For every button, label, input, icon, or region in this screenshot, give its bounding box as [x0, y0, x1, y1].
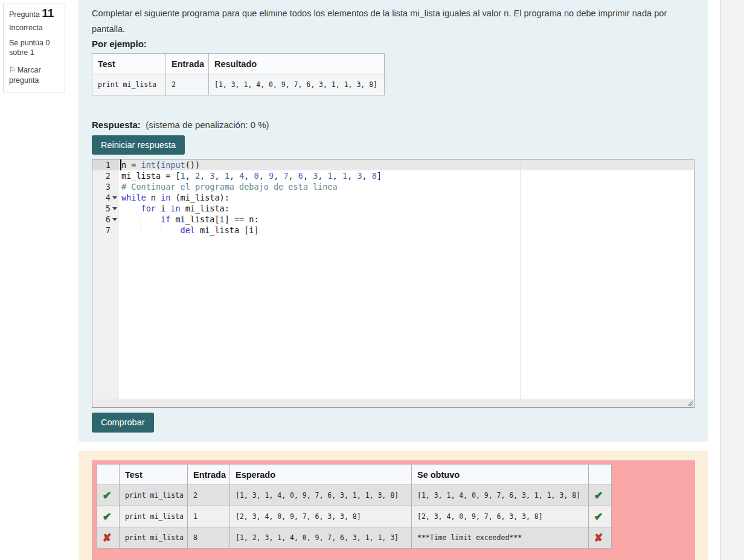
- outcome-region: Test Entrada Esperado Se obtuvo ✔ print …: [79, 451, 708, 560]
- result-test: print mi_lista: [120, 485, 188, 506]
- test-results-box: Test Entrada Esperado Se obtuvo ✔ print …: [92, 460, 695, 560]
- result-se-obtuvo: [1, 3, 1, 4, 0, 9, 7, 6, 3, 1, 1, 3, 8]: [412, 485, 589, 506]
- check-button[interactable]: Comprobar: [92, 413, 154, 433]
- code-line: mi_lista = [1, 2, 3, 1, 4, 0, 9, 7, 6, 3…: [119, 170, 694, 181]
- result-entrada: 2: [188, 485, 230, 506]
- pass-icon: ✔: [103, 490, 111, 501]
- result-row: ✔ print mi_lista 1 [2, 3, 4, 0, 9, 7, 6,…: [97, 506, 612, 527]
- pass-icon: ✔: [103, 511, 111, 523]
- code-line: del mi_lista [i]: [119, 225, 694, 236]
- result-entrada: 8: [188, 527, 230, 549]
- question-state: Incorrecta: [9, 23, 59, 33]
- line-number: 2: [92, 170, 119, 181]
- example-entrada: 2: [166, 74, 209, 95]
- example-header-entrada: Entrada: [166, 54, 209, 74]
- flag-icon: ⚐: [9, 65, 16, 74]
- question-number: Pregunta 11: [9, 7, 59, 21]
- results-header-esperado: Esperado: [230, 465, 412, 485]
- question-text: Completar el siguiente programa para que…: [92, 5, 694, 37]
- question-number-value: 11: [42, 7, 54, 19]
- result-se-obtuvo: [2, 3, 4, 0, 9, 7, 6, 3, 3, 8]: [412, 506, 589, 527]
- results-header-test: Test: [120, 465, 188, 485]
- results-table: Test Entrada Esperado Se obtuvo ✔ print …: [97, 464, 612, 549]
- code-line: # Continuar el programa debajo de esta l…: [119, 181, 694, 192]
- result-esperado: [2, 3, 4, 0, 9, 7, 6, 3, 3, 8]: [230, 506, 412, 527]
- code-editor[interactable]: n = int(input()) mi_lista = [1, 2, 3, 1,…: [92, 159, 694, 408]
- editor-bottom-bar: [92, 399, 694, 407]
- example-header-resultado: Resultado: [209, 54, 385, 74]
- code-line: n = int(input()): [119, 159, 694, 170]
- result-test: print mi_lista: [120, 506, 188, 527]
- text-cursor: [120, 159, 121, 170]
- result-row: ✘ print mi_lista 8 [1, 2, 3, 1, 4, 0, 9,…: [97, 527, 612, 549]
- fold-icon[interactable]: [112, 207, 117, 210]
- result-se-obtuvo: ***Time limit exceeded***: [412, 527, 589, 549]
- question-grade: Se puntúa 0 sobre 1: [9, 38, 59, 57]
- question-label: Pregunta: [9, 10, 40, 19]
- example-row: print mi_lista 2 [1, 3, 1, 4, 0, 9, 7, 6…: [92, 74, 385, 95]
- results-header-empty: [589, 465, 612, 485]
- line-number: 3: [92, 181, 119, 192]
- results-header-entrada: Entrada: [188, 465, 230, 485]
- line-number: 6: [92, 214, 119, 225]
- editor-gutter: 1 2 3 4 5 6 7: [92, 159, 119, 399]
- pass-icon: ✔: [594, 511, 603, 523]
- page: Pregunta 11 Incorrecta Se puntúa 0 sobre…: [0, 0, 744, 560]
- result-entrada: 1: [188, 506, 230, 527]
- result-esperado: [1, 3, 1, 4, 0, 9, 7, 6, 3, 1, 1, 3, 8]: [230, 485, 412, 506]
- code-area[interactable]: n = int(input()) mi_lista = [1, 2, 3, 1,…: [119, 159, 694, 399]
- results-header-se-obtuvo: Se obtuvo: [412, 465, 589, 485]
- results-header-empty: [97, 465, 120, 485]
- example-header-test: Test: [92, 54, 166, 74]
- fold-icon[interactable]: [112, 218, 117, 221]
- example-test: print mi_lista: [92, 74, 166, 95]
- example-table: Test Entrada Resultado print mi_lista 2 …: [92, 53, 385, 95]
- line-number: 4: [92, 192, 119, 203]
- question-info-panel: Pregunta 11 Incorrecta Se puntúa 0 sobre…: [3, 4, 65, 92]
- resize-grip-icon[interactable]: [686, 399, 693, 407]
- reset-answer-button[interactable]: Reiniciar respuesta: [92, 135, 185, 155]
- pass-icon: ✔: [594, 490, 603, 501]
- question-formulation: Completar el siguiente programa para que…: [79, 0, 708, 442]
- line-number: 5: [92, 203, 119, 214]
- code-line: for i in mi_lista:: [119, 203, 694, 214]
- result-row: ✔ print mi_lista 2 [1, 3, 1, 4, 0, 9, 7,…: [97, 485, 612, 506]
- result-test: print mi_lista: [120, 527, 188, 549]
- fold-icon[interactable]: [112, 196, 117, 199]
- code-line: if mi_lista[i] == n:: [119, 214, 694, 225]
- answer-label: Respuesta:: [92, 120, 141, 130]
- example-resultado: [1, 3, 1, 4, 0, 9, 7, 6, 3, 1, 1, 3, 8]: [209, 74, 385, 95]
- flag-question-link[interactable]: ⚐Marcar pregunta: [9, 65, 59, 86]
- example-label: Por ejemplo:: [92, 37, 694, 51]
- right-rail: [720, 0, 744, 560]
- ace-editor[interactable]: n = int(input()) mi_lista = [1, 2, 3, 1,…: [92, 159, 694, 399]
- fail-icon: ✘: [103, 532, 111, 544]
- answer-line: Respuesta: (sistema de penalización: 0 %…: [92, 117, 694, 133]
- result-esperado: [1, 2, 3, 1, 4, 0, 9, 7, 6, 3, 1, 1, 3]: [230, 527, 412, 549]
- line-number: 7: [92, 225, 119, 236]
- penalty-note: (sistema de penalización: 0 %): [146, 120, 269, 130]
- fail-icon: ✘: [594, 532, 603, 544]
- code-line: while n in (mi_lista):: [119, 192, 694, 203]
- line-number: 1: [92, 159, 119, 170]
